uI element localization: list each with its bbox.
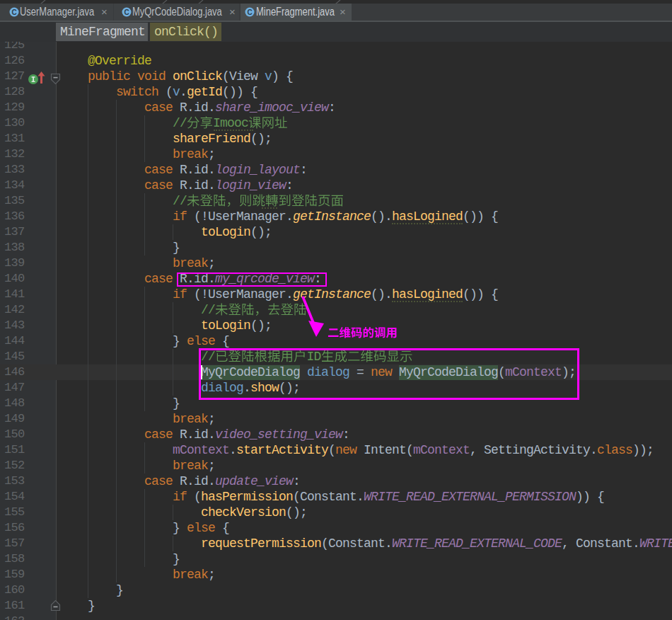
svg-text:C: C	[124, 8, 129, 16]
svg-text:C: C	[247, 8, 252, 16]
svg-text:C: C	[11, 8, 16, 16]
